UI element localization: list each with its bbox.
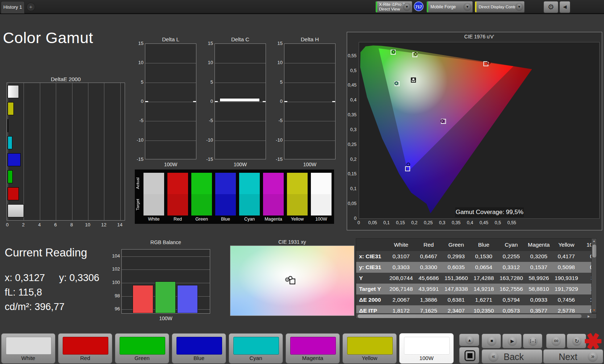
y-tick-label: -5 (201, 118, 213, 123)
x-tick-label: 0,35 (449, 220, 463, 225)
pattern-button-100w[interactable]: 100W (399, 333, 454, 364)
pattern-button-blue[interactable]: Blue (172, 333, 226, 364)
y-tick-label: 0,5 (343, 68, 357, 73)
pattern-button-label: Green (115, 355, 169, 361)
chevron-down-icon: ▼ (463, 3, 471, 11)
y-tick-label: 0,05 (343, 201, 357, 206)
x-tick-label: 0,25 (421, 220, 436, 225)
deltae-bar-yellow (8, 102, 14, 115)
scroll-up-icon[interactable]: ▲ (592, 239, 596, 243)
settings-button[interactable]: ⚙ (543, 1, 558, 13)
interval-measure-button[interactable]: [↔] (523, 334, 542, 348)
grid-line (40, 83, 40, 220)
refresh-icon: ↻ (572, 336, 582, 346)
pattern-button-red[interactable]: Red (58, 333, 112, 364)
y-tick-label: 96 (108, 306, 120, 311)
back-button[interactable]: « Back (482, 349, 542, 364)
delta_h-xlabel: 100W (284, 162, 336, 167)
y-tick-label: -5 (131, 118, 143, 123)
pattern-source-dropdown[interactable]: Mobile Forge ▼ (426, 1, 473, 13)
x-tick-label: 0,4 (463, 220, 477, 225)
table-row: Target Y206,714843,9591147,833814,921816… (356, 284, 592, 294)
continuous-measure-button[interactable]: ∞ (546, 334, 566, 348)
y-tick-label: 98 (108, 293, 120, 298)
pattern-button-magenta[interactable]: Magenta (286, 333, 340, 364)
table-cell: 0,6035 (442, 262, 470, 273)
table-row-label: ΔE ITP (356, 305, 387, 314)
x-tick-label: 0,5 (491, 220, 505, 225)
actual-target-swatch-strip: ActualTargetWhiteRedGreenBlueCyanMagenta… (135, 170, 334, 224)
y-tick-label: -15 (270, 156, 283, 162)
pattern-swatch (63, 337, 108, 355)
delta_c-bar (220, 98, 260, 102)
play-button[interactable]: ▶ (502, 334, 522, 348)
zero-tick (332, 101, 335, 102)
table-row: ΔE 20002,00671,38860,63811,62710,57940,0… (356, 294, 592, 305)
table-cell: 1,3 (580, 294, 592, 305)
application-window: History 1 + X-Rite i1Pro 3 Direct View ▼… (0, 0, 604, 364)
grid-line (215, 121, 266, 121)
current-reading-title: Current Reading (5, 246, 87, 259)
pattern-button-label: Yellow (343, 355, 396, 361)
tab-history-1[interactable]: History 1 (1, 1, 25, 13)
table-cell: 7,1625 (415, 305, 442, 314)
grid-line (215, 83, 266, 83)
grid-line (145, 63, 196, 63)
stop-button[interactable]: ■ (482, 334, 501, 348)
pattern-button-green[interactable]: Green (115, 333, 169, 364)
vertical-scroll-thumb[interactable] (592, 244, 596, 258)
deltae-bar-white (8, 204, 24, 217)
cyan-measured-marker (395, 81, 398, 85)
table-cell: 162,7556 (497, 284, 525, 294)
cie1931-chart (230, 246, 354, 316)
next-button[interactable]: Next » (543, 349, 603, 364)
pattern-window-icon (465, 350, 475, 361)
actual-swatch-blue (215, 173, 236, 194)
pattern-button-cyan[interactable]: Cyan (229, 333, 283, 364)
add-tab-button[interactable]: + (26, 3, 35, 11)
meter-mode: Direct View (379, 7, 400, 11)
x-tick-label: 0,05 (365, 220, 380, 225)
chevron-down-icon: ▼ (403, 3, 411, 11)
scroll-right-icon[interactable]: ▶ (588, 315, 590, 318)
table-cell: 14,9218 (470, 284, 497, 294)
target-row-label: Target (136, 194, 141, 216)
pattern-button-yellow[interactable]: Yellow (342, 333, 397, 364)
table-cell: 2,3407 (442, 305, 470, 314)
pattern-window-button[interactable] (459, 347, 479, 364)
table-cell: 190,9319 (553, 273, 580, 284)
chevron-down-icon: ▼ (515, 3, 523, 11)
x-tick-label: 0 (3, 222, 12, 227)
cie1931-chart-title: CIE 1931 xy (230, 239, 354, 245)
gamut-coverage-readout: Gamut Coverage: 99,5% (455, 207, 524, 217)
reading-x: x: 0,3127 (5, 272, 45, 284)
scroll-down-icon[interactable]: ▼ (592, 309, 596, 312)
target-swatch-green (191, 194, 212, 216)
actual-swatch-white (143, 173, 164, 194)
grid-line (56, 83, 56, 220)
zero-tick (215, 101, 218, 102)
table-horizontal-scrollbar[interactable]: ▶ (356, 313, 597, 319)
delta_l-xlabel: 100W (145, 162, 196, 167)
source-status-indicator (427, 1, 428, 12)
pattern-button-white[interactable]: White (1, 333, 55, 364)
table-vertical-scrollbar[interactable]: ▲ ▼ (591, 238, 597, 313)
stop-icon: ■ (487, 336, 496, 346)
grid-line (104, 83, 104, 220)
zero-tick (284, 101, 287, 102)
display-control-dropdown[interactable]: Direct Display Control ▼ (475, 1, 525, 13)
table-cell: 151,3660 (442, 273, 470, 284)
horizontal-scroll-thumb[interactable] (358, 314, 582, 318)
pattern-up-button[interactable]: ▲ (459, 334, 479, 346)
y-tick-label: 100 (108, 280, 120, 285)
refresh-button[interactable]: ↻ (567, 334, 586, 348)
table-row-label: y: CIE31 (356, 262, 387, 273)
grid-line (215, 102, 266, 102)
collapse-panel-button[interactable]: ◀ (559, 1, 570, 13)
table-cell: 39 (580, 284, 592, 294)
y-tick-label: 0,15 (343, 171, 357, 176)
cie1976-gamut-diagram (359, 42, 599, 218)
meter-dropdown[interactable]: X-Rite i1Pro 3 Direct View ▼ (375, 1, 412, 13)
table-row: y: CIE310,33030,33000,60350,06540,33120,… (356, 262, 592, 273)
zero-tick (145, 101, 148, 102)
